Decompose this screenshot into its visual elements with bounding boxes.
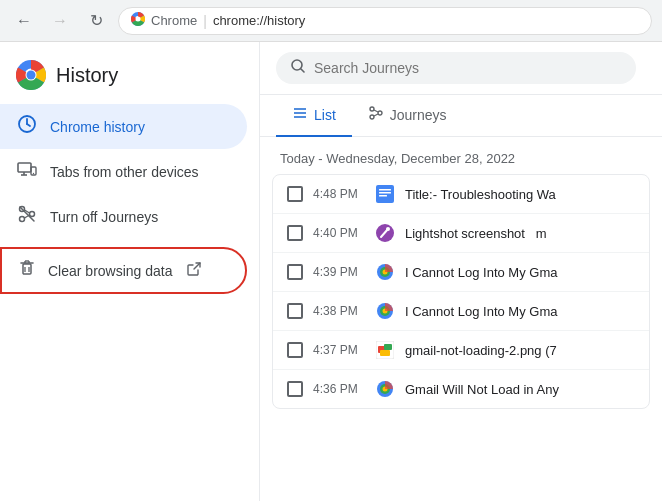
svg-rect-10 <box>18 163 31 172</box>
history-item[interactable]: 4:39 PM I Cannot Log Into My Gma <box>273 253 649 292</box>
url-text: chrome://history <box>213 13 305 28</box>
svg-point-36 <box>370 115 374 119</box>
list-icon <box>292 105 308 125</box>
separator: | <box>203 13 207 29</box>
tab-list-label: List <box>314 107 336 123</box>
history-time: 4:38 PM <box>313 304 365 318</box>
svg-point-45 <box>386 227 390 231</box>
search-input[interactable] <box>314 60 514 76</box>
svg-point-16 <box>30 212 35 217</box>
search-icon <box>290 58 306 78</box>
search-box[interactable] <box>276 52 636 84</box>
tabs-other-devices-label: Tabs from other devices <box>50 164 199 180</box>
sidebar-item-chrome-history[interactable]: Chrome history <box>0 104 247 149</box>
history-title: gmail-not-loading-2.png (7 <box>405 343 635 358</box>
svg-point-6 <box>27 71 36 80</box>
tab-journeys[interactable]: Journeys <box>352 95 463 137</box>
external-link-icon <box>187 262 201 279</box>
svg-rect-22 <box>23 264 31 274</box>
svg-point-35 <box>378 111 382 115</box>
sidebar-item-tabs-other-devices[interactable]: Tabs from other devices <box>0 149 247 194</box>
history-checkbox[interactable] <box>287 186 303 202</box>
svg-rect-40 <box>379 189 391 191</box>
svg-point-2 <box>136 17 141 22</box>
journeys-off-icon <box>16 204 38 229</box>
sidebar-header: History <box>0 54 259 104</box>
main-layout: History Chrome history <box>0 42 662 501</box>
reload-button[interactable]: ↻ <box>82 7 110 35</box>
svg-line-28 <box>194 263 200 269</box>
history-time: 4:48 PM <box>313 187 365 201</box>
sidebar-item-turn-off-journeys[interactable]: Turn off Journeys <box>0 194 247 239</box>
history-checkbox[interactable] <box>287 264 303 280</box>
journeys-icon <box>368 105 384 125</box>
history-title: I Cannot Log Into My Gma <box>405 304 635 319</box>
address-bar[interactable]: Chrome | chrome://history <box>118 7 652 35</box>
history-list: Today - Wednesday, December 28, 2022 4:4… <box>260 137 662 501</box>
site-icon <box>131 12 145 29</box>
history-title: Lightshot screenshot m <box>405 226 635 241</box>
svg-rect-54 <box>384 344 392 350</box>
history-title: I Cannot Log Into My Gma <box>405 265 635 280</box>
history-favicon <box>375 262 395 282</box>
svg-point-17 <box>20 217 25 222</box>
history-time: 4:37 PM <box>313 343 365 357</box>
svg-line-20 <box>20 207 34 221</box>
history-checkbox[interactable] <box>287 303 303 319</box>
svg-line-9 <box>27 124 30 126</box>
date-header: Today - Wednesday, December 28, 2022 <box>260 137 662 174</box>
history-checkbox[interactable] <box>287 342 303 358</box>
tab-journeys-label: Journeys <box>390 107 447 123</box>
history-time: 4:39 PM <box>313 265 365 279</box>
svg-line-30 <box>301 69 304 72</box>
sidebar-title: History <box>56 64 118 87</box>
history-card: 4:48 PM Title:- Troubleshooting Wa <box>272 174 650 409</box>
svg-point-34 <box>370 107 374 111</box>
history-favicon <box>375 379 395 399</box>
history-item[interactable]: 4:36 PM Gmail Will Not Load in Any <box>273 370 649 408</box>
clock-icon <box>16 114 38 139</box>
clear-browsing-data-label: Clear browsing data <box>48 263 173 279</box>
chrome-history-label: Chrome history <box>50 119 145 135</box>
browser-name: Chrome <box>151 13 197 28</box>
view-tabs: List Journeys <box>260 95 662 137</box>
forward-button[interactable]: → <box>46 7 74 35</box>
history-title: Gmail Will Not Load in Any <box>405 382 635 397</box>
trash-icon <box>18 259 36 282</box>
history-checkbox[interactable] <box>287 381 303 397</box>
history-favicon <box>375 301 395 321</box>
history-title: Title:- Troubleshooting Wa <box>405 187 635 202</box>
history-item[interactable]: 4:37 PM gmail-not-loading-2.png (7 <box>273 331 649 370</box>
devices-icon <box>16 159 38 184</box>
history-favicon <box>375 223 395 243</box>
topbar: ← → ↻ Chrome | chrome://history <box>0 0 662 42</box>
history-favicon <box>375 184 395 204</box>
history-favicon <box>375 340 395 360</box>
svg-rect-55 <box>380 350 390 356</box>
sidebar: History Chrome history <box>0 42 260 501</box>
svg-rect-39 <box>376 185 394 203</box>
clear-browsing-data-item[interactable]: Clear browsing data <box>0 247 247 294</box>
history-item[interactable]: 4:38 PM I Cannot Log Into My Gma <box>273 292 649 331</box>
svg-line-37 <box>374 110 378 112</box>
history-time: 4:40 PM <box>313 226 365 240</box>
svg-line-38 <box>374 114 378 116</box>
tab-list[interactable]: List <box>276 95 352 137</box>
search-area <box>260 42 662 95</box>
history-item[interactable]: 4:40 PM Lightshot screenshot m <box>273 214 649 253</box>
chrome-logo <box>16 60 46 90</box>
back-button[interactable]: ← <box>10 7 38 35</box>
history-time: 4:36 PM <box>313 382 365 396</box>
svg-rect-42 <box>379 195 387 197</box>
history-item[interactable]: 4:48 PM Title:- Troubleshooting Wa <box>273 175 649 214</box>
history-checkbox[interactable] <box>287 225 303 241</box>
turn-off-journeys-label: Turn off Journeys <box>50 209 158 225</box>
content-area: List Journeys Today - Wednesday, Decembe… <box>260 42 662 501</box>
svg-rect-41 <box>379 192 391 194</box>
